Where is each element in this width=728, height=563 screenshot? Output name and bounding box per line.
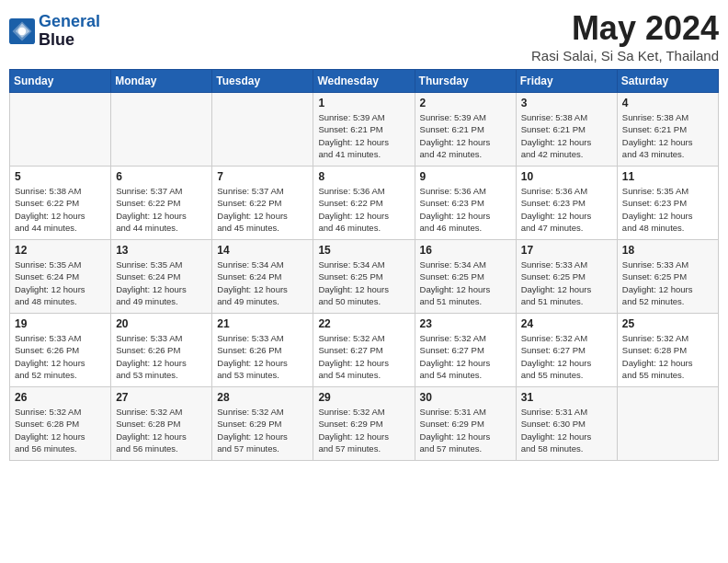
day-info: Sunrise: 5:32 AM Sunset: 6:27 PM Dayligh… [318,332,409,381]
calendar-cell [212,93,313,167]
day-number: 17 [521,244,612,257]
day-number: 30 [420,391,511,404]
day-info: Sunrise: 5:36 AM Sunset: 6:22 PM Dayligh… [318,185,409,234]
calendar-cell [111,93,212,167]
calendar-cell: 25Sunrise: 5:32 AM Sunset: 6:28 PM Dayli… [617,314,718,387]
calendar-cell: 2Sunrise: 5:39 AM Sunset: 6:21 PM Daylig… [415,93,516,167]
calendar-week-row: 26Sunrise: 5:32 AM Sunset: 6:28 PM Dayli… [10,387,719,461]
day-info: Sunrise: 5:38 AM Sunset: 6:21 PM Dayligh… [521,111,612,160]
calendar-cell: 14Sunrise: 5:34 AM Sunset: 6:24 PM Dayli… [212,240,313,314]
day-number: 24 [521,317,612,330]
calendar-cell: 13Sunrise: 5:35 AM Sunset: 6:24 PM Dayli… [111,240,212,314]
day-info: Sunrise: 5:34 AM Sunset: 6:25 PM Dayligh… [318,259,409,307]
day-info: Sunrise: 5:32 AM Sunset: 6:28 PM Dayligh… [15,406,106,454]
day-number: 1 [318,97,409,109]
calendar-cell: 28Sunrise: 5:32 AM Sunset: 6:29 PM Dayli… [212,387,313,461]
day-number: 14 [217,244,308,257]
title-block: May 2024 Rasi Salai, Si Sa Ket, Thailand [531,9,719,63]
calendar-cell: 6Sunrise: 5:37 AM Sunset: 6:22 PM Daylig… [111,167,212,240]
day-number: 5 [15,170,106,183]
calendar-cell: 18Sunrise: 5:33 AM Sunset: 6:25 PM Dayli… [617,240,718,314]
calendar-cell: 29Sunrise: 5:32 AM Sunset: 6:29 PM Dayli… [313,387,415,461]
calendar-cell: 5Sunrise: 5:38 AM Sunset: 6:22 PM Daylig… [10,167,111,240]
day-info: Sunrise: 5:38 AM Sunset: 6:22 PM Dayligh… [15,185,106,234]
day-info: Sunrise: 5:32 AM Sunset: 6:28 PM Dayligh… [116,406,207,454]
calendar-cell: 24Sunrise: 5:32 AM Sunset: 6:27 PM Dayli… [516,314,617,387]
day-info: Sunrise: 5:31 AM Sunset: 6:29 PM Dayligh… [420,406,511,454]
calendar-cell: 22Sunrise: 5:32 AM Sunset: 6:27 PM Dayli… [313,314,415,387]
weekday-header-tuesday: Tuesday [212,70,313,93]
day-number: 29 [318,391,409,404]
day-number: 31 [521,391,612,404]
calendar-cell: 15Sunrise: 5:34 AM Sunset: 6:25 PM Dayli… [313,240,415,314]
day-number: 2 [420,97,511,109]
weekday-header-wednesday: Wednesday [313,70,415,93]
day-info: Sunrise: 5:39 AM Sunset: 6:21 PM Dayligh… [318,111,409,160]
calendar-cell: 26Sunrise: 5:32 AM Sunset: 6:28 PM Dayli… [10,387,111,461]
calendar-cell: 9Sunrise: 5:36 AM Sunset: 6:23 PM Daylig… [415,167,516,240]
calendar-cell: 4Sunrise: 5:38 AM Sunset: 6:21 PM Daylig… [617,93,718,167]
day-number: 25 [622,317,713,330]
day-info: Sunrise: 5:37 AM Sunset: 6:22 PM Dayligh… [116,185,207,234]
calendar-cell: 16Sunrise: 5:34 AM Sunset: 6:25 PM Dayli… [415,240,516,314]
weekday-header-saturday: Saturday [617,70,718,93]
day-info: Sunrise: 5:35 AM Sunset: 6:24 PM Dayligh… [116,259,207,307]
day-number: 15 [318,244,409,257]
day-number: 16 [420,244,511,257]
day-info: Sunrise: 5:36 AM Sunset: 6:23 PM Dayligh… [521,185,612,234]
day-number: 27 [116,391,207,404]
day-info: Sunrise: 5:33 AM Sunset: 6:26 PM Dayligh… [217,332,308,381]
day-info: Sunrise: 5:34 AM Sunset: 6:25 PM Dayligh… [420,259,511,307]
calendar-cell: 10Sunrise: 5:36 AM Sunset: 6:23 PM Dayli… [516,167,617,240]
day-number: 10 [521,170,612,183]
calendar-cell: 21Sunrise: 5:33 AM Sunset: 6:26 PM Dayli… [212,314,313,387]
calendar-cell: 11Sunrise: 5:35 AM Sunset: 6:23 PM Dayli… [617,167,718,240]
day-number: 12 [15,244,106,257]
calendar-cell: 20Sunrise: 5:33 AM Sunset: 6:26 PM Dayli… [111,314,212,387]
calendar-cell: 1Sunrise: 5:39 AM Sunset: 6:21 PM Daylig… [313,93,415,167]
day-number: 19 [15,317,106,330]
calendar-cell: 3Sunrise: 5:38 AM Sunset: 6:21 PM Daylig… [516,93,617,167]
day-info: Sunrise: 5:34 AM Sunset: 6:24 PM Dayligh… [217,259,308,307]
day-info: Sunrise: 5:33 AM Sunset: 6:26 PM Dayligh… [116,332,207,381]
day-info: Sunrise: 5:33 AM Sunset: 6:26 PM Dayligh… [15,332,106,381]
calendar-week-row: 19Sunrise: 5:33 AM Sunset: 6:26 PM Dayli… [10,314,719,387]
calendar-cell: 27Sunrise: 5:32 AM Sunset: 6:28 PM Dayli… [111,387,212,461]
logo-text: GeneralBlue [39,13,100,50]
day-number: 6 [116,170,207,183]
calendar-week-row: 1Sunrise: 5:39 AM Sunset: 6:21 PM Daylig… [10,93,719,167]
day-number: 7 [217,170,308,183]
calendar-cell: 8Sunrise: 5:36 AM Sunset: 6:22 PM Daylig… [313,167,415,240]
day-number: 8 [318,170,409,183]
day-number: 18 [622,244,713,257]
calendar-cell: 23Sunrise: 5:32 AM Sunset: 6:27 PM Dayli… [415,314,516,387]
day-info: Sunrise: 5:32 AM Sunset: 6:29 PM Dayligh… [217,406,308,454]
location-title: Rasi Salai, Si Sa Ket, Thailand [531,48,719,63]
day-info: Sunrise: 5:31 AM Sunset: 6:30 PM Dayligh… [521,406,612,454]
day-info: Sunrise: 5:37 AM Sunset: 6:22 PM Dayligh… [217,185,308,234]
day-number: 21 [217,317,308,330]
svg-point-3 [18,28,26,35]
day-number: 22 [318,317,409,330]
calendar-cell: 19Sunrise: 5:33 AM Sunset: 6:26 PM Dayli… [10,314,111,387]
day-number: 23 [420,317,511,330]
calendar-cell: 30Sunrise: 5:31 AM Sunset: 6:29 PM Dayli… [415,387,516,461]
calendar-table: SundayMondayTuesdayWednesdayThursdayFrid… [9,69,719,461]
day-number: 13 [116,244,207,257]
calendar-week-row: 5Sunrise: 5:38 AM Sunset: 6:22 PM Daylig… [10,167,719,240]
day-info: Sunrise: 5:35 AM Sunset: 6:24 PM Dayligh… [15,259,106,307]
calendar-cell [10,93,111,167]
weekday-header-sunday: Sunday [10,70,111,93]
logo: GeneralBlue [9,13,100,50]
calendar-cell: 17Sunrise: 5:33 AM Sunset: 6:25 PM Dayli… [516,240,617,314]
weekday-header-friday: Friday [516,70,617,93]
calendar-cell: 7Sunrise: 5:37 AM Sunset: 6:22 PM Daylig… [212,167,313,240]
day-number: 9 [420,170,511,183]
day-number: 11 [622,170,713,183]
day-info: Sunrise: 5:32 AM Sunset: 6:27 PM Dayligh… [521,332,612,381]
day-number: 3 [521,97,612,109]
weekday-header-row: SundayMondayTuesdayWednesdayThursdayFrid… [10,70,719,93]
day-info: Sunrise: 5:32 AM Sunset: 6:28 PM Dayligh… [622,332,713,381]
month-title: May 2024 [531,9,719,48]
calendar-cell: 12Sunrise: 5:35 AM Sunset: 6:24 PM Dayli… [10,240,111,314]
